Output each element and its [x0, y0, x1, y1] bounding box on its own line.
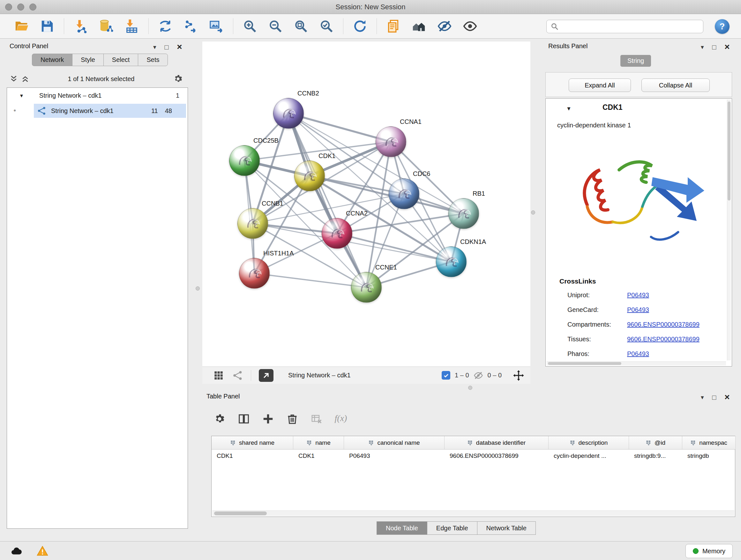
delete-column-button[interactable]	[283, 410, 301, 428]
import-table-button[interactable]	[122, 16, 142, 37]
home-button[interactable]	[409, 16, 429, 37]
crosslink-link[interactable]: P06493	[627, 350, 649, 358]
hidden-eye-slash-icon[interactable]	[474, 371, 483, 380]
crosslink-link[interactable]: P06493	[627, 306, 649, 314]
collapse-panel-icon[interactable]: ▾	[701, 394, 704, 400]
search-input[interactable]	[561, 23, 699, 30]
collapse-all-icon[interactable]	[10, 75, 18, 83]
node-RB1[interactable]	[448, 198, 479, 229]
function-builder-button[interactable]: f(x)	[332, 410, 350, 428]
network-collection-row[interactable]: ▼ String Network – cdk1 1	[7, 88, 188, 103]
table-cell[interactable]: stringdb:9...	[629, 449, 682, 463]
expand-all-icon[interactable]	[21, 75, 29, 83]
network-canvas[interactable]: CCNB2CCNA1CDC25BCDK1CDC6RB1CCNB1CCNA2CDK…	[202, 42, 530, 367]
hide-unhide-button[interactable]	[434, 16, 455, 37]
node-CCNB2[interactable]	[273, 98, 304, 129]
column-header-database-identifier[interactable]: database identifier	[445, 436, 549, 449]
selected-nodes-checkbox[interactable]	[442, 371, 450, 380]
collapse-panel-icon[interactable]: ▾	[153, 44, 156, 50]
edge-CCNB2-CCNE1[interactable]	[288, 113, 366, 287]
table-settings-button[interactable]	[211, 410, 228, 428]
close-window-button[interactable]	[5, 3, 12, 10]
node-CDC6[interactable]	[389, 179, 419, 209]
float-panel-icon[interactable]: □	[165, 44, 169, 51]
memory-button[interactable]: Memory	[685, 544, 733, 558]
bottom-splitter-handle[interactable]	[468, 386, 472, 390]
import-network-database-button[interactable]	[96, 16, 117, 37]
table-cell[interactable]: stringdb	[682, 449, 736, 463]
zoom-fit-button[interactable]	[291, 16, 311, 37]
network-arrows-button[interactable]	[155, 16, 176, 37]
tab-style[interactable]: Style	[72, 54, 103, 66]
node-CCNA1[interactable]	[376, 126, 406, 157]
tab-network-table[interactable]: Network Table	[477, 521, 536, 535]
float-panel-icon[interactable]: □	[712, 44, 717, 51]
import-network-file-button[interactable]	[71, 16, 91, 37]
node-CDKN1A[interactable]	[436, 246, 467, 277]
table-cell[interactable]: P06493	[344, 449, 445, 463]
zoom-in-button[interactable]	[240, 16, 260, 37]
tab-select[interactable]: Select	[104, 54, 138, 66]
crosslink-link[interactable]: 9606.ENSP00000378699	[627, 321, 699, 328]
crosslink-link[interactable]: P06493	[627, 292, 649, 299]
node-CDK1[interactable]	[294, 161, 325, 191]
edge-HIST1H1A-CCNE1[interactable]	[254, 273, 366, 287]
search-box[interactable]	[546, 20, 703, 33]
node-CCNB1[interactable]	[238, 208, 268, 239]
close-panel-icon[interactable]: ×	[724, 43, 730, 51]
column-header-canonical-name[interactable]: canonical name	[344, 436, 445, 449]
tab-node-table[interactable]: Node Table	[377, 521, 427, 535]
minimize-window-button[interactable]	[17, 3, 24, 10]
table-horizontal-scrollbar[interactable]	[212, 510, 734, 516]
open-external-button[interactable]	[259, 369, 273, 382]
network-options-gear-icon[interactable]	[173, 74, 183, 84]
tab-edge-table[interactable]: Edge Table	[427, 521, 477, 535]
document-button[interactable]	[383, 16, 404, 37]
open-session-button[interactable]	[11, 16, 32, 37]
column-header-namespac[interactable]: namespac	[682, 436, 736, 449]
refresh-button[interactable]	[350, 16, 370, 37]
tab-string[interactable]: String	[620, 55, 651, 67]
collapse-panel-icon[interactable]: ▾	[701, 44, 704, 50]
table-cell[interactable]: CDK1	[212, 449, 293, 463]
results-horizontal-scrollbar[interactable]	[547, 361, 726, 365]
node-CCNE1[interactable]	[351, 272, 382, 303]
zoom-out-button[interactable]	[265, 16, 286, 37]
node-CDC25B[interactable]	[229, 145, 260, 176]
left-splitter-handle[interactable]	[196, 287, 200, 291]
save-session-button[interactable]	[37, 16, 57, 37]
grid-view-icon[interactable]	[213, 370, 224, 381]
column-header--id[interactable]: @id	[629, 436, 682, 449]
disclosure-triangle-icon[interactable]: ▼	[19, 93, 24, 98]
share-network-icon[interactable]	[232, 370, 243, 381]
cloud-status-button[interactable]	[7, 544, 25, 558]
table-cell[interactable]: CDK1	[293, 449, 344, 463]
close-panel-icon[interactable]: ×	[177, 43, 182, 51]
show-columns-button[interactable]	[235, 410, 253, 428]
selected-network-highlight[interactable]: String Network – cdk1 11 48	[34, 104, 186, 118]
results-vertical-scrollbar[interactable]	[727, 100, 731, 361]
expand-all-button[interactable]: Expand All	[569, 78, 631, 92]
table-data-row[interactable]: CDK1CDK1P064939606.ENSP00000378699cyclin…	[212, 449, 735, 463]
table-cell[interactable]: cyclin-dependent ...	[549, 449, 629, 463]
scrollbar-thumb[interactable]	[214, 511, 267, 515]
node-HIST1H1A[interactable]	[239, 258, 270, 289]
export-network-button[interactable]	[181, 16, 201, 37]
move-tool-icon[interactable]	[513, 369, 525, 381]
tab-network[interactable]: Network	[32, 54, 72, 66]
column-header-description[interactable]: description	[549, 436, 629, 449]
zoom-selected-button[interactable]	[316, 16, 337, 37]
table-cell[interactable]: 9606.ENSP00000378699	[445, 449, 549, 463]
crosslink-link[interactable]: 9606.ENSP00000378699	[627, 335, 699, 343]
collapse-all-button[interactable]: Collapse All	[642, 78, 710, 92]
float-panel-icon[interactable]: □	[712, 394, 717, 401]
node-CCNA2[interactable]	[322, 218, 352, 249]
scrollbar-thumb[interactable]	[728, 102, 731, 200]
entry-disclosure-triangle-icon[interactable]: ▼	[566, 106, 571, 112]
tab-sets[interactable]: Sets	[138, 54, 168, 66]
warnings-button[interactable]	[33, 544, 52, 558]
network-row[interactable]: ● String Network – cdk1 11 48	[7, 103, 188, 118]
export-image-button[interactable]	[206, 16, 226, 37]
right-splitter-handle[interactable]	[531, 210, 535, 214]
scrollbar-thumb[interactable]	[548, 362, 621, 365]
